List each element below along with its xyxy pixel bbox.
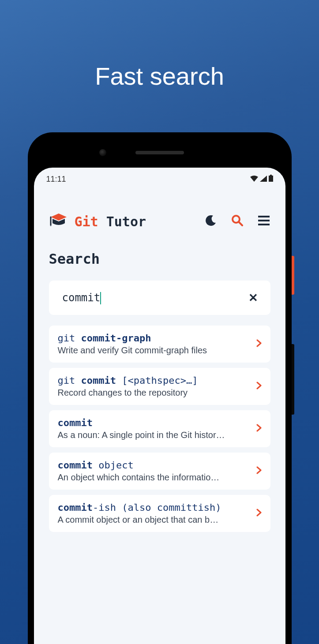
menu-button[interactable] — [257, 215, 270, 228]
result-description: A commit object or an object that can b… — [58, 515, 251, 525]
chevron-right-icon — [256, 382, 262, 391]
result-title: commit object — [58, 460, 251, 471]
phone-frame: 11:11 — [28, 132, 292, 644]
app-logo[interactable]: Git Tutor — [49, 212, 198, 231]
result-body: git commit-graphWrite and verify Git com… — [58, 333, 251, 356]
wifi-icon — [250, 175, 258, 184]
graduation-cap-icon — [49, 212, 68, 231]
search-result[interactable]: commit objectAn object which contains th… — [49, 453, 270, 490]
section-title: Search — [49, 251, 270, 267]
result-description: As a noun: A single point in the Git his… — [58, 430, 251, 440]
phone-volume-button — [292, 344, 294, 415]
hamburger-icon — [258, 216, 270, 227]
result-body: commit objectAn object which contains th… — [58, 460, 251, 483]
text-cursor — [100, 292, 101, 304]
brand-tutor: Tutor — [106, 214, 146, 229]
phone-power-button — [292, 256, 294, 295]
result-body: commit-ish (also committish)A commit obj… — [58, 502, 251, 525]
battery-icon — [269, 175, 273, 184]
result-description: Write and verify Git commit-graph files — [58, 345, 251, 356]
signal-icon — [260, 175, 267, 184]
search-result[interactable]: commitAs a noun: A single point in the G… — [49, 410, 270, 447]
search-results: git commit-graphWrite and verify Git com… — [49, 326, 270, 532]
clear-search-button[interactable]: ✕ — [245, 288, 262, 308]
close-icon: ✕ — [248, 291, 258, 304]
search-button[interactable] — [231, 215, 244, 228]
search-icon — [231, 214, 244, 228]
chevron-right-icon — [256, 509, 262, 518]
phone-camera — [99, 149, 106, 156]
status-time: 11:11 — [46, 175, 66, 184]
svg-rect-1 — [270, 175, 272, 176]
dark-mode-toggle[interactable] — [204, 215, 218, 228]
search-box[interactable]: commit ✕ — [49, 281, 270, 315]
result-description: An object which contains the informatio… — [58, 472, 251, 483]
phone-screen: 11:11 — [34, 168, 285, 644]
result-title: git commit-graph — [58, 333, 251, 344]
chevron-right-icon — [256, 466, 262, 476]
search-result[interactable]: git commit-graphWrite and verify Git com… — [49, 326, 270, 363]
svg-rect-0 — [269, 176, 273, 182]
svg-line-3 — [239, 222, 242, 225]
search-result[interactable]: commit-ish (also committish)A commit obj… — [49, 495, 270, 532]
result-body: git commit [<pathspec>…]Record changes t… — [58, 375, 251, 398]
hero-title: Fast search — [0, 62, 319, 90]
brand-git: Git — [75, 214, 98, 229]
brand-text: Git Tutor — [75, 214, 146, 229]
search-input[interactable]: commit — [62, 292, 101, 304]
moon-icon — [205, 215, 217, 228]
status-bar: 11:11 — [34, 168, 285, 186]
result-title: git commit [<pathspec>…] — [58, 375, 251, 386]
result-title: commit-ish (also committish) — [58, 502, 251, 513]
chevron-right-icon — [256, 424, 262, 434]
app-header: Git Tutor — [34, 186, 285, 231]
result-description: Record changes to the repository — [58, 388, 251, 398]
phone-speaker — [135, 151, 184, 154]
result-body: commitAs a noun: A single point in the G… — [58, 417, 251, 440]
result-title: commit — [58, 417, 251, 428]
search-result[interactable]: git commit [<pathspec>…]Record changes t… — [49, 368, 270, 405]
chevron-right-icon — [256, 339, 262, 349]
